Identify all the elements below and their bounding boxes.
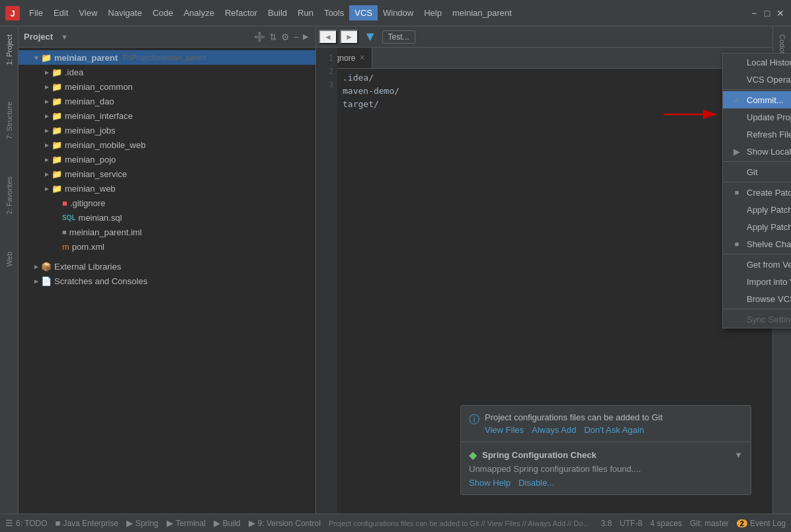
tree-item-external-libs[interactable]: ► 📦 External Libraries (19, 259, 315, 274)
sort-icon[interactable]: ⇅ (269, 32, 277, 42)
tree-item-gitignore[interactable]: ■ .gitignore (19, 196, 315, 210)
tree-arrow-interface: ► (42, 112, 52, 120)
tree-arrow-common: ► (42, 83, 52, 91)
dropdown-shelve[interactable]: ■ Shelve Changes... (723, 235, 791, 252)
add-module-icon[interactable]: ➕ (254, 32, 265, 42)
menu-help[interactable]: Help (419, 5, 447, 20)
dropdown-local-history[interactable]: Local History ► (723, 54, 791, 71)
dropdown-label-sync: Sync Settings... (747, 315, 791, 324)
vcs-icon: ▼ (364, 29, 377, 44)
status-terminal[interactable]: ▶ Terminal (167, 518, 206, 528)
dropdown-show-uml[interactable]: ▶ Show Local Changes as UML Ctrl+Alt+Shi… (723, 143, 791, 160)
dropdown-vcs-operations[interactable]: VCS Operations Popup... Alt+` (723, 71, 791, 88)
nav-forward-button[interactable]: ► (340, 30, 358, 44)
sidebar-tab-favorites[interactable]: 2: Favorites (3, 171, 16, 219)
dont-ask-link[interactable]: Don't Ask Again (584, 425, 644, 435)
collapse-icon[interactable]: − (294, 32, 299, 42)
menu-analyze[interactable]: Analyze (179, 5, 220, 20)
tree-item-idea[interactable]: ► 📁 .idea (19, 65, 315, 79)
status-event-log[interactable]: 2 Event Log (737, 519, 786, 528)
always-add-link[interactable]: Always Add (532, 425, 576, 435)
status-terminal-label: Terminal (176, 519, 206, 528)
window-title: meinian_parent (452, 8, 512, 18)
menu-navigate[interactable]: Navigate (103, 5, 147, 20)
sidebar-tab-project[interactable]: 1: Project (3, 29, 16, 70)
menu-vcs[interactable]: VCS (349, 5, 378, 20)
dropdown-divider-4 (723, 254, 791, 254)
tree-item-dao[interactable]: ► 📁 meinian_dao (19, 94, 315, 108)
maximize-button[interactable]: □ (762, 8, 772, 19)
dropdown-update-project[interactable]: Update Project... Ctrl+T (723, 108, 791, 126)
expand-icon[interactable]: ▶ (303, 32, 308, 41)
tree-item-scratches[interactable]: ► 📄 Scratches and Consoles (19, 274, 315, 288)
tree-item-web[interactable]: ► 📁 meinian_web (19, 181, 315, 196)
menu-code[interactable]: Code (147, 5, 179, 20)
sidebar-tab-web[interactable]: Web (3, 247, 16, 272)
menu-tools[interactable]: Tools (319, 5, 349, 20)
folder-icon-idea: 📁 (52, 67, 62, 77)
test-button[interactable]: Test... (382, 30, 415, 44)
tree-item-service[interactable]: ► 📁 meinian_service (19, 167, 315, 181)
ext-lib-icon: 📦 (41, 262, 52, 272)
tree-item-pojo[interactable]: ► 📁 meinian_pojo (19, 152, 315, 167)
spring-notif-expand[interactable]: ▼ (734, 450, 743, 460)
event-log-badge: 2 (737, 519, 747, 527)
tree-label-gitignore: .gitignore (70, 198, 105, 208)
dropdown-apply-clipboard[interactable]: Apply Patch from Clipboard... (723, 218, 791, 235)
settings-icon[interactable]: ⚙ (281, 32, 290, 42)
patch-icon: ■ (731, 188, 743, 196)
dropdown-import-vcs[interactable]: Import into Version Control ► (723, 273, 791, 290)
tree-item-interface[interactable]: ► 📁 meinian_interface (19, 108, 315, 123)
dropdown-label-import-vcs: Import into Version Control (747, 277, 791, 287)
close-button[interactable]: ✕ (775, 8, 786, 19)
dropdown-refresh-status[interactable]: Refresh File Status (723, 126, 791, 143)
menu-edit[interactable]: Edit (48, 5, 73, 20)
status-bar: ☰ 6: TODO ■ Java Enterprise ▶ Spring ▶ T… (0, 513, 791, 532)
tree-label-scratches: Scratches and Consoles (54, 276, 147, 286)
dropdown-label-apply-patch: Apply Patch... (747, 205, 791, 215)
dropdown-apply-patch[interactable]: Apply Patch... (723, 201, 791, 218)
dropdown-browse-vcs[interactable]: Browse VCS Repository ► (723, 290, 791, 307)
status-version-control[interactable]: ▶ 9: Version Control (249, 518, 321, 528)
view-files-link[interactable]: View Files (485, 425, 524, 435)
status-todo[interactable]: ☰ 6: TODO (5, 518, 48, 528)
status-java-enterprise[interactable]: ■ Java Enterprise (56, 518, 118, 528)
git-notif-message: Project configurations files can be adde… (485, 412, 663, 422)
menu-view[interactable]: View (73, 5, 103, 20)
tree-item-iml[interactable]: ■ meinian_parent.iml (19, 225, 315, 239)
dropdown-commit[interactable]: ✓ Commit... Ctrl+K (723, 91, 791, 108)
menu-file[interactable]: File (24, 5, 48, 20)
menu-window[interactable]: Window (378, 5, 419, 20)
dropdown-divider-5 (723, 309, 791, 309)
tree-arrow-web: ► (42, 185, 52, 192)
menu-build[interactable]: Build (263, 5, 292, 20)
show-help-link[interactable]: Show Help (469, 478, 511, 488)
status-vcs[interactable]: Git: master (690, 519, 729, 528)
status-spring[interactable]: ▶ Spring (126, 518, 159, 528)
project-tree: ▼ 📁 meinian_parent F:\Project\meinian_pa… (19, 48, 315, 513)
tree-item-meinian-parent[interactable]: ▼ 📁 meinian_parent F:\Project\meinian_pa… (19, 50, 315, 65)
spring-status-icon: ▶ (126, 518, 133, 528)
tree-item-mobile-web[interactable]: ► 📁 meinian_mobile_web (19, 137, 315, 152)
status-build[interactable]: ▶ Build (214, 518, 241, 528)
dropdown-git[interactable]: Git ► (723, 163, 791, 180)
dropdown-divider-2 (723, 161, 791, 162)
tree-item-jobs[interactable]: ► 📁 meinian_jobs (19, 123, 315, 137)
event-log-label: Event Log (750, 519, 786, 528)
minimize-button[interactable]: − (749, 8, 759, 19)
sidebar-tab-structure[interactable]: 7: Structure (3, 96, 16, 145)
dropdown-get-vcs[interactable]: Get from Version Control... (723, 256, 791, 273)
dropdown-create-patch[interactable]: ■ Create Patch from Local Changes... (723, 184, 791, 201)
folder-icon-mobile-web: 📁 (52, 140, 62, 150)
project-dropdown-arrow[interactable]: ▼ (61, 33, 68, 41)
file-icon-gitignore: ■ (62, 198, 67, 208)
tree-item-common[interactable]: ► 📁 meinian_common (19, 79, 315, 94)
java-enterprise-icon: ■ (56, 518, 61, 528)
nav-back-button[interactable]: ◄ (319, 30, 337, 44)
menu-run[interactable]: Run (292, 5, 319, 20)
dropdown-sync-settings[interactable]: Sync Settings... ► (723, 311, 791, 328)
tree-item-sql[interactable]: SQL meinian.sql (19, 210, 315, 225)
disable-link[interactable]: Disable... (519, 478, 554, 488)
tree-item-pom[interactable]: m pom.xml (19, 239, 315, 254)
menu-refactor[interactable]: Refactor (220, 5, 263, 20)
